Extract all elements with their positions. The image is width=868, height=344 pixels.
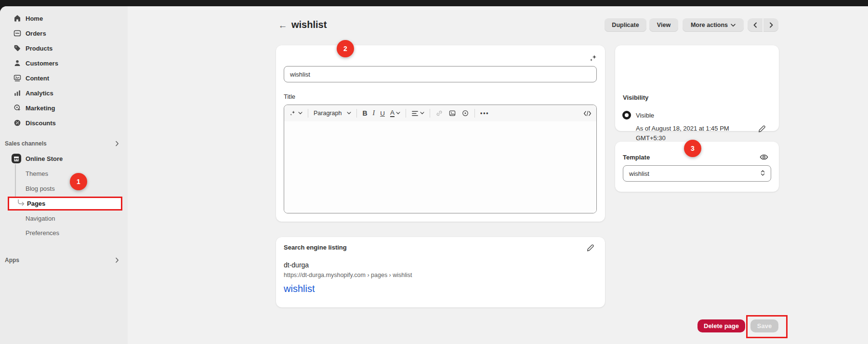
seo-url: https://dt-durga.myshopify.com › pages ›… xyxy=(284,272,412,278)
italic-button[interactable]: I xyxy=(373,109,375,117)
seo-card: Search engine listing dt-durga https://d… xyxy=(276,237,605,307)
seo-link-title: wishlist xyxy=(284,283,315,294)
title-input[interactable] xyxy=(284,66,597,82)
edit-seo-pencil-icon[interactable] xyxy=(586,242,595,252)
toolbar-divider xyxy=(356,109,357,118)
more-actions-button[interactable]: More actions xyxy=(683,18,744,32)
visible-radio-label: Visible xyxy=(636,112,654,119)
view-button[interactable]: View xyxy=(649,18,678,32)
bold-button[interactable]: B xyxy=(362,109,367,117)
delete-page-button[interactable]: Delete page xyxy=(697,319,745,332)
page-form-card: Title Content Paragraph xyxy=(276,45,605,222)
toolbar-divider xyxy=(406,109,406,118)
editor-toolbar: Paragraph B I U A xyxy=(284,105,596,121)
page-title: wishlist xyxy=(291,19,327,30)
shopify-admin-screen: Home Orders Products Customers xyxy=(0,0,868,344)
select-stepper-icon xyxy=(760,169,766,178)
annotation-badge-1: 1 xyxy=(70,173,87,190)
alignment-button[interactable] xyxy=(411,110,424,117)
seo-site-name: dt-durga xyxy=(284,261,309,269)
record-pager xyxy=(748,18,778,32)
back-arrow-icon[interactable]: ← xyxy=(277,20,289,31)
save-button[interactable]: Save xyxy=(750,319,778,332)
next-page-button[interactable] xyxy=(763,18,778,32)
toolbar-divider xyxy=(474,109,475,118)
link-button[interactable] xyxy=(435,109,443,117)
main-content: ← wishlist Duplicate View More actions xyxy=(0,6,868,344)
annotation-badge-3: 3 xyxy=(684,140,701,157)
template-heading: Template xyxy=(623,154,650,161)
preview-eye-icon[interactable] xyxy=(759,152,769,162)
annotation-badge-2: 2 xyxy=(337,40,354,57)
top-bar xyxy=(0,0,868,6)
chevron-down-icon xyxy=(731,22,736,28)
visibility-card: Visibility Visible As of August 18, 2021… xyxy=(615,45,779,131)
rich-text-editor: Paragraph B I U A xyxy=(284,105,597,213)
toolbar-divider xyxy=(308,109,308,118)
code-view-button[interactable] xyxy=(583,110,592,117)
underline-button[interactable]: U xyxy=(380,110,385,117)
app-body: Home Orders Products Customers xyxy=(0,6,868,344)
magic-write-button[interactable] xyxy=(289,109,302,117)
magic-sparkle-icon[interactable] xyxy=(588,53,598,63)
toolbar-divider xyxy=(430,109,430,118)
more-formatting-button[interactable]: ••• xyxy=(480,110,489,117)
duplicate-button[interactable]: Duplicate xyxy=(605,18,646,32)
editor-content-area[interactable] xyxy=(284,121,596,213)
paragraph-style-dropdown[interactable]: Paragraph xyxy=(314,110,351,117)
template-select[interactable]: wishlist xyxy=(623,165,771,182)
insert-video-button[interactable] xyxy=(461,109,469,117)
previous-page-button[interactable] xyxy=(748,18,763,32)
visibility-heading: Visibility xyxy=(623,94,648,101)
text-color-button[interactable]: A xyxy=(390,109,400,117)
visible-radio[interactable] xyxy=(622,111,631,119)
title-field-label: Title xyxy=(284,93,295,100)
edit-visibility-pencil-icon[interactable] xyxy=(757,123,767,133)
seo-heading: Search engine listing xyxy=(284,244,347,251)
insert-image-button[interactable] xyxy=(448,109,456,117)
